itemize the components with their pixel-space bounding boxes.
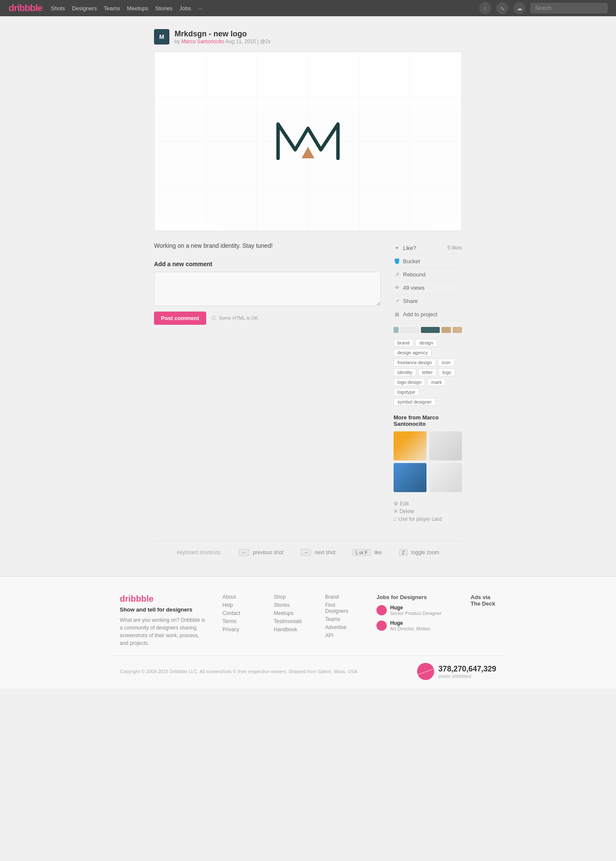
- kb-like: L or F like: [352, 549, 382, 556]
- tag-symbol-designer[interactable]: symbol designer: [394, 398, 435, 406]
- shot-date: Aug 11, 2015: [225, 39, 256, 45]
- views-text: 49 views: [403, 285, 425, 291]
- footer-about[interactable]: About: [222, 594, 257, 600]
- footer-contact[interactable]: Contact: [222, 610, 257, 616]
- like-label: like: [374, 549, 382, 555]
- job-1[interactable]: Huge Senior Product Designer: [376, 605, 453, 616]
- tag-letter[interactable]: letter: [418, 368, 436, 376]
- keyboard-shortcuts: keyboard shortcuts: ← previous shot → ne…: [154, 549, 462, 556]
- comment-section: Add a new comment Post comment ⓘ Some HT…: [154, 261, 381, 325]
- navbar-logo[interactable]: dribbble: [9, 3, 42, 14]
- more-thumb-3[interactable]: [394, 463, 426, 492]
- footer-find-designers[interactable]: Find Designers: [325, 602, 359, 614]
- nav-stories[interactable]: Stories: [155, 5, 172, 12]
- tag-freelance-design[interactable]: freelance design: [394, 359, 436, 366]
- nav-meetups[interactable]: Meetups: [127, 5, 148, 12]
- navbar-links: Shots Designers Teams Meetups Stories Jo…: [51, 5, 203, 12]
- bucket-icon: 🪣: [394, 258, 400, 264]
- more-from-section: More from Marco Santonocito: [394, 414, 462, 492]
- tag-logo-design[interactable]: logo design: [394, 378, 425, 386]
- nav-teams[interactable]: Teams: [104, 5, 120, 12]
- tag-design[interactable]: design: [415, 339, 437, 347]
- footer-col-3: Brand Find Designers Teams Advertise API: [325, 594, 359, 647]
- ads-heading: Ads via The Deck: [471, 594, 496, 607]
- footer-testimonials[interactable]: Testimonials: [274, 618, 308, 624]
- tag-logo[interactable]: logo: [438, 368, 455, 376]
- kb-prev: ← previous shot: [239, 549, 283, 556]
- nav-icon-arrow[interactable]: ↑: [479, 2, 491, 14]
- share-link[interactable]: Share: [403, 298, 418, 304]
- bucket-label: 🪣 Bucket: [394, 258, 420, 264]
- footer-api[interactable]: API: [325, 632, 359, 638]
- more-thumb-4[interactable]: [429, 463, 462, 492]
- edit-link[interactable]: ⚙ Edit: [394, 501, 462, 507]
- delete-label: Delete: [400, 508, 415, 514]
- avatar: M: [154, 29, 169, 45]
- edit-label: Edit: [400, 501, 409, 507]
- footer-ads: Ads via The Deck: [471, 594, 496, 647]
- kb-zoom: Z toggle zoom: [399, 549, 439, 556]
- job-1-role: Senior Product Designer: [390, 611, 441, 616]
- stat-rebound[interactable]: ↺ Rebound: [394, 268, 462, 281]
- nav-shots[interactable]: Shots: [51, 5, 65, 12]
- tag-brand[interactable]: brand: [394, 339, 413, 347]
- job-1-info: Huge Senior Product Designer: [390, 605, 441, 616]
- footer-shop[interactable]: Shop: [274, 594, 308, 600]
- more-thumb-2[interactable]: [429, 431, 462, 460]
- footer-teams[interactable]: Teams: [325, 616, 359, 622]
- nav-icon-chart[interactable]: ∿: [496, 2, 508, 14]
- job-2-role: Art Director, Motion: [390, 626, 430, 631]
- search-input[interactable]: [530, 3, 607, 13]
- shot-author-link[interactable]: Marco Santonocito: [181, 39, 224, 45]
- tag-identity[interactable]: identity: [394, 368, 416, 376]
- tag-icon[interactable]: icon: [438, 359, 454, 366]
- prev-key: ←: [239, 549, 249, 556]
- svg-marker-0: [302, 147, 314, 158]
- post-comment-button[interactable]: Post comment: [154, 312, 206, 325]
- job-2-logo: [376, 621, 387, 631]
- footer-terms[interactable]: Terms: [222, 618, 257, 624]
- tag-logotype[interactable]: logotype: [394, 388, 419, 396]
- nav-jobs[interactable]: Jobs: [179, 5, 191, 12]
- player-card-link[interactable]: □ Use for player card: [394, 516, 462, 522]
- color-swatch-5: [453, 327, 462, 333]
- delete-link[interactable]: ✕ Delete: [394, 508, 462, 514]
- footer-meetups[interactable]: Meetups: [274, 610, 308, 616]
- more-grid: [394, 431, 462, 492]
- rebound-link[interactable]: Rebound: [403, 271, 426, 278]
- footer-brand-link[interactable]: Brand: [325, 594, 359, 600]
- footer-handbook[interactable]: Handbook: [274, 626, 308, 632]
- more-from-heading: More from Marco Santonocito: [394, 414, 462, 427]
- shot-meta: Mrkdsgn - new logo by Marco Santonocito …: [175, 30, 271, 45]
- stat-bucket[interactable]: 🪣 Bucket: [394, 255, 462, 268]
- tags-container: brand design design agency freelance des…: [394, 339, 462, 406]
- nav-designers[interactable]: Designers: [72, 5, 97, 12]
- footer-privacy[interactable]: Privacy: [222, 626, 257, 632]
- like-link[interactable]: Like?: [403, 245, 416, 251]
- more-thumb-1[interactable]: [394, 431, 426, 460]
- tag-design-agency[interactable]: design agency: [394, 349, 432, 356]
- shot-logo: [274, 118, 342, 165]
- bucket-link[interactable]: Bucket: [403, 258, 420, 264]
- footer-copyright: Copyright © 2009-2015 Dribbble LLC. All …: [120, 669, 359, 674]
- stat-share[interactable]: ↗ Share: [394, 294, 462, 308]
- footer-stories[interactable]: Stories: [274, 602, 308, 608]
- comment-textarea[interactable]: [154, 272, 381, 306]
- footer-advertise[interactable]: Advertise: [325, 624, 359, 630]
- job-2[interactable]: Huge Art Director, Motion: [376, 620, 453, 631]
- zoom-key: Z: [399, 549, 408, 556]
- footer-help[interactable]: Help: [222, 602, 257, 608]
- tag-mark[interactable]: mark: [427, 378, 445, 386]
- player-card-icon: □: [394, 516, 397, 522]
- shot-description: Working on a new brand identity. Stay tu…: [154, 241, 381, 250]
- info-icon: ⓘ: [211, 315, 216, 321]
- shot-image[interactable]: [154, 51, 462, 231]
- footer-tagline: Show and tell for designers: [120, 606, 205, 613]
- add-project-link[interactable]: Add to project: [403, 311, 437, 318]
- nav-icon-cloud[interactable]: ☁: [513, 2, 525, 14]
- add-project-label: ▦ Add to project: [394, 311, 437, 318]
- stat-like[interactable]: ♥ Like? 6 likes: [394, 241, 462, 255]
- stat-add-project[interactable]: ▦ Add to project: [394, 308, 462, 321]
- nav-more[interactable]: ···: [198, 5, 203, 12]
- project-icon: ▦: [394, 311, 400, 318]
